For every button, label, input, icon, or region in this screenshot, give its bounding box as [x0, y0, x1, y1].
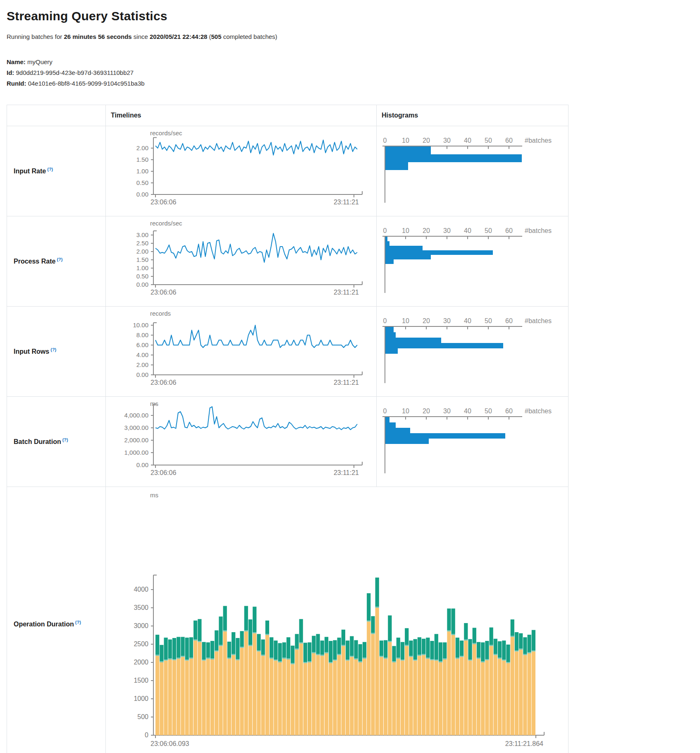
svg-text:50: 50: [485, 227, 492, 234]
operation-duration-stacked-chart: ms0500100015002000250030003500400023:06:…: [106, 487, 568, 753]
table-header-row: Timelines Histograms: [7, 105, 569, 126]
svg-text:0: 0: [383, 408, 387, 415]
svg-text:#batches: #batches: [525, 408, 552, 415]
svg-text:20: 20: [423, 227, 430, 234]
process-rate-histogram-chart: 0102030405060#batches: [377, 216, 568, 305]
svg-text:#batches: #batches: [525, 227, 552, 234]
svg-text:1500: 1500: [134, 677, 148, 684]
operation-duration-help-icon[interactable]: (?): [75, 620, 81, 625]
svg-text:1.00: 1.00: [136, 264, 148, 271]
svg-text:20: 20: [423, 408, 430, 415]
svg-text:ms: ms: [150, 492, 158, 499]
svg-text:23:11:21: 23:11:21: [334, 379, 359, 386]
svg-text:40: 40: [464, 137, 471, 144]
svg-text:23:06:06: 23:06:06: [151, 199, 176, 206]
svg-text:#batches: #batches: [525, 137, 552, 144]
svg-text:20: 20: [423, 137, 430, 144]
table-row: Batch Duration(?) ms0.001,000.002,000.00…: [7, 397, 569, 487]
table-row: Process Rate(?) records/sec0.000.501.001…: [7, 216, 569, 307]
running-summary: Running batches for 26 minutes 56 second…: [7, 33, 693, 40]
svg-text:4000: 4000: [134, 586, 148, 593]
svg-text:0.00: 0.00: [136, 281, 148, 288]
svg-text:3000: 3000: [134, 622, 148, 629]
batch-duration-help-icon[interactable]: (?): [62, 437, 68, 442]
process-rate-timeline-chart: records/sec0.000.501.001.502.002.503.002…: [106, 216, 376, 305]
svg-text:60: 60: [505, 317, 513, 324]
input-rate-timeline-chart: records/sec0.000.501.001.502.0023:06:062…: [106, 126, 376, 214]
svg-text:8.00: 8.00: [136, 331, 148, 338]
query-name-value: myQuery: [26, 58, 53, 65]
svg-text:2,000.00: 2,000.00: [124, 436, 148, 444]
svg-text:0.50: 0.50: [136, 179, 148, 186]
svg-text:23:06:06.093: 23:06:06.093: [151, 740, 189, 747]
histograms-header: Histograms: [377, 105, 569, 126]
svg-text:23:06:06: 23:06:06: [151, 379, 176, 386]
svg-text:40: 40: [464, 317, 471, 324]
svg-text:0.00: 0.00: [136, 191, 148, 198]
svg-text:1000: 1000: [134, 695, 148, 702]
query-meta: Name: myQuery Id: 9d0dd219-995d-423e-b97…: [7, 57, 693, 89]
svg-text:60: 60: [505, 408, 513, 415]
process-rate-label-cell: Process Rate(?): [7, 216, 106, 307]
input-rate-help-icon[interactable]: (?): [47, 167, 53, 172]
svg-text:2000: 2000: [134, 659, 148, 666]
svg-text:20: 20: [423, 317, 430, 324]
svg-text:500: 500: [137, 713, 148, 720]
svg-text:0: 0: [383, 137, 387, 144]
svg-text:3.00: 3.00: [136, 231, 148, 238]
input-rows-histogram-chart: 0102030405060#batches: [377, 307, 568, 395]
svg-text:ms: ms: [150, 400, 158, 407]
svg-text:0: 0: [145, 731, 148, 739]
table-row: Input Rows(?) records0.002.004.006.008.0…: [7, 307, 569, 397]
input-rows-help-icon[interactable]: (?): [50, 347, 56, 352]
input-rate-label-cell: Input Rate(?): [7, 126, 106, 216]
operation-duration-label-cell: Operation Duration(?): [7, 487, 106, 753]
svg-text:60: 60: [505, 227, 513, 234]
svg-text:40: 40: [464, 408, 471, 415]
svg-text:1.50: 1.50: [136, 156, 148, 163]
svg-text:2.00: 2.00: [136, 144, 148, 151]
svg-text:records/sec: records/sec: [150, 129, 182, 137]
svg-text:30: 30: [443, 227, 451, 234]
svg-text:30: 30: [443, 137, 451, 144]
start-time: 2020/05/21 22:44:28: [150, 33, 207, 40]
svg-text:50: 50: [485, 408, 492, 415]
svg-text:0.00: 0.00: [136, 461, 148, 468]
svg-text:0: 0: [383, 227, 387, 234]
statistics-table: Timelines Histograms Input Rate(?) recor…: [7, 105, 569, 753]
svg-text:10: 10: [402, 408, 409, 415]
svg-text:2.50: 2.50: [136, 240, 148, 247]
svg-text:2500: 2500: [134, 640, 148, 647]
input-rows-label-cell: Input Rows(?): [7, 307, 106, 397]
svg-text:0.00: 0.00: [136, 371, 148, 378]
input-rate-histogram-chart: 0102030405060#batches: [377, 126, 568, 214]
svg-text:2.00: 2.00: [136, 248, 148, 255]
svg-text:1.50: 1.50: [136, 256, 148, 263]
svg-text:50: 50: [485, 137, 492, 144]
svg-text:3,000.00: 3,000.00: [124, 424, 148, 431]
svg-text:records: records: [150, 310, 171, 317]
svg-text:10: 10: [402, 137, 409, 144]
svg-text:30: 30: [443, 408, 451, 415]
svg-text:0: 0: [383, 317, 387, 324]
table-row: Operation Duration(?) ms0500100015002000…: [7, 487, 569, 753]
svg-text:23:06:06: 23:06:06: [151, 469, 176, 476]
svg-text:1,000.00: 1,000.00: [124, 449, 148, 456]
empty-header-cell: [7, 105, 106, 126]
page-title: Streaming Query Statistics: [7, 9, 693, 23]
process-rate-help-icon[interactable]: (?): [57, 257, 62, 262]
svg-text:3500: 3500: [134, 604, 148, 611]
completed-batches-count: 505: [211, 33, 222, 40]
batch-duration-label-cell: Batch Duration(?): [7, 397, 106, 487]
input-rows-timeline-chart: records0.002.004.006.008.0010.0023:06:06…: [106, 307, 376, 395]
table-row: Input Rate(?) records/sec0.000.501.001.5…: [7, 126, 569, 216]
query-runid-value: 04e101e6-8bf8-4165-9099-9104c951ba3b: [26, 80, 144, 87]
svg-text:4.00: 4.00: [136, 351, 148, 358]
svg-text:0.50: 0.50: [136, 273, 148, 280]
batch-duration-timeline-chart: ms0.001,000.002,000.003,000.004,000.0023…: [106, 397, 376, 485]
svg-text:60: 60: [505, 137, 513, 144]
batch-duration-histogram-chart: 0102030405060#batches: [377, 397, 568, 485]
svg-text:10: 10: [402, 227, 409, 234]
svg-text:23:11:21.864: 23:11:21.864: [505, 740, 543, 747]
running-duration: 26 minutes 56 seconds: [64, 33, 131, 40]
